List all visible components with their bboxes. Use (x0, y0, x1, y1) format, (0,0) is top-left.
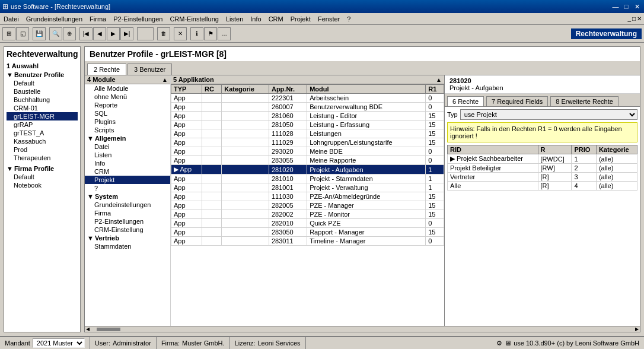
toolbar-btn-last[interactable]: ▶| (120, 27, 133, 40)
menu-fenster[interactable]: Fenster (314, 13, 343, 24)
tree-item-grrap[interactable]: grRAP (7, 120, 78, 129)
module-stammdaten[interactable]: Stammdaten (85, 242, 170, 250)
bottom-scrollbar[interactable]: ◀ ▶ (84, 326, 640, 332)
toolbar-btn-3[interactable]: 💾 (33, 27, 46, 40)
module-plugins[interactable]: Plugins (85, 118, 170, 126)
app-table-row[interactable]: App 282002 PZE - Monitor 15 (171, 210, 444, 219)
app-table-row[interactable]: App 111030 PZE-An/Abmeldegründe 15 (171, 192, 444, 201)
module-group-system[interactable]: ▼ System (85, 192, 170, 201)
rights-table-row[interactable]: Vertreter[R]3(alle) (448, 173, 637, 182)
app-table-row[interactable]: App 281050 Leistung - Erfassung 15 (171, 120, 444, 129)
toolbar-btn-2[interactable]: ◱ (16, 27, 29, 40)
module-projekt[interactable]: Projekt (85, 176, 170, 184)
menu-projekt[interactable]: Projekt (287, 13, 314, 24)
tree-item-default2[interactable]: Default (7, 173, 78, 181)
menu-p2einstellungen[interactable]: P2-Einstellungen (110, 13, 166, 24)
right-tab-rechte[interactable]: 6 Rechte (447, 96, 484, 106)
restore-button[interactable]: □ (621, 2, 631, 11)
toolbar-btn-prev[interactable]: ◀ (93, 27, 106, 40)
module-group-allgemein[interactable]: ▼ Allgemein (85, 134, 170, 142)
tree-firma-profile[interactable]: ▼ Firma Profile (7, 164, 78, 173)
module-sql[interactable]: SQL (85, 109, 170, 118)
toolbar-btn-search1[interactable]: 🔍 (49, 27, 62, 40)
menu-crm[interactable]: CRM (265, 13, 287, 24)
app-table-row[interactable]: App 281060 Leistung - Editor 15 (171, 112, 444, 120)
app-table-row[interactable]: App 283055 Meine Rapporte 0 (171, 156, 444, 165)
toolbar-btn-x[interactable]: ✕ (174, 27, 187, 40)
menu-datei[interactable]: Datei (0, 13, 23, 24)
tree-item-baustelle[interactable]: Baustelle (7, 87, 78, 96)
expand-system-icon: ▼ (87, 193, 94, 200)
menu-info[interactable]: Info (247, 13, 264, 24)
menu-crmeinstellung[interactable]: CRM-Einstellung (166, 13, 222, 24)
tree-item-crm01[interactable]: CRM-01 (7, 104, 78, 112)
close-button[interactable]: ✕ (632, 2, 642, 11)
module-listen[interactable]: Listen (85, 151, 170, 159)
toolbar-close-icon[interactable]: ✕ (637, 15, 642, 22)
right-tab-required[interactable]: 7 Required Fields (486, 96, 548, 106)
module-p2einstellungen[interactable]: P2-Einstellungen (85, 217, 170, 226)
tab-benutzer[interactable]: 3 Benutzer (127, 64, 172, 75)
app-table-row[interactable]: ▶ App 281020 Projekt - Aufgaben 1 (171, 165, 444, 174)
module-datei[interactable]: Datei (85, 142, 170, 151)
tree-item-kassabuch[interactable]: Kassabuch (7, 137, 78, 145)
module-grundeinstellungen[interactable]: Grundeinstellungen (85, 201, 170, 209)
rights-table-row[interactable]: ▶ Projekt Sachbearbeiter[RWDC]1(alle) (448, 154, 637, 164)
menu-firma[interactable]: Firma (86, 13, 110, 24)
rights-table-row[interactable]: Projekt Beteiligter[RW]2(alle) (448, 164, 637, 173)
toolbar-btn-next[interactable]: ▶ (107, 27, 120, 40)
app-table-row[interactable]: App 283050 Rapport - Manager 15 (171, 228, 444, 237)
toolbar-btn-blank[interactable] (137, 27, 154, 40)
module-info[interactable]: Info (85, 159, 170, 167)
module-ohne-menu[interactable]: ohne Menü (85, 93, 170, 101)
module-qmark[interactable]: ? (85, 184, 170, 192)
toolbar-btn-info[interactable]: ℹ (190, 27, 203, 40)
app-table-row[interactable]: App 282010 Quick PZE 0 (171, 219, 444, 228)
tree-item-buchhaltung[interactable]: Buchhaltung (7, 96, 78, 104)
toolbar-btn-delete[interactable]: 🗑 (157, 27, 170, 40)
tree-item-notebook[interactable]: Notebook (7, 181, 78, 189)
app-table-row[interactable]: App 282005 PZE - Manager 15 (171, 201, 444, 210)
right-tab-erweiterte[interactable]: 8 Erweiterte Rechte (550, 96, 619, 106)
tab-rechte[interactable]: 2 Rechte (87, 64, 126, 75)
app-table-row[interactable]: App 260007 Benutzerverwaltung BDE 0 (171, 103, 444, 112)
module-scroll-up[interactable]: ▲ (162, 77, 168, 83)
app-table-row[interactable]: App 222301 Arbeitsschein 0 (171, 94, 444, 103)
app-table-row[interactable]: App 293020 Meine BDE 0 (171, 147, 444, 156)
tree-item-default1[interactable]: Default (7, 79, 78, 87)
rights-table-row[interactable]: Alle[R]4(alle) (448, 182, 637, 191)
module-crmeinstellung[interactable]: CRM-Einstellung (85, 226, 170, 234)
minimize-button[interactable]: — (611, 2, 620, 11)
module-crm[interactable]: CRM (85, 167, 170, 176)
menu-help[interactable]: ? (343, 13, 354, 24)
scroll-left-btn[interactable]: ◀ (85, 326, 91, 332)
app-table-row[interactable]: App 281001 Projekt - Verwaltung 1 (171, 183, 444, 192)
app-table-row[interactable]: App 283011 Timeline - Manager 0 (171, 237, 444, 246)
tree-item-grtest-a[interactable]: grTEST_A (7, 129, 78, 137)
toolbar-btn-first[interactable]: |◀ (79, 27, 93, 40)
module-scripts[interactable]: Scripts (85, 126, 170, 134)
tree-benutzer-profile[interactable]: ▼ Benutzer Profile (7, 71, 78, 79)
tree-item-grleist-mgr[interactable]: grLEIST-MGR (7, 112, 78, 120)
module-reporte[interactable]: Reporte (85, 101, 170, 109)
app-table-row[interactable]: App 111028 Leistungen 15 (171, 129, 444, 138)
mandant-dropdown[interactable]: 2021 Muster (33, 338, 85, 348)
app-table-row[interactable]: App 281010 Projekt - Stammdaten 1 (171, 174, 444, 183)
module-group-vertrieb[interactable]: ▼ Vertrieb (85, 234, 170, 242)
toolbar-btn-more[interactable]: … (218, 27, 231, 40)
tree-item-therapeuten[interactable]: Therapeuten (7, 154, 78, 162)
typ-select[interactable]: use Projekt (460, 109, 637, 120)
scroll-right-btn[interactable]: ▶ (634, 326, 640, 332)
toolbar-btn-search2[interactable]: ⊕ (63, 27, 76, 40)
toolbar-restore-icon[interactable]: □ (632, 15, 636, 22)
module-alle-module[interactable]: Alle Module (85, 84, 170, 93)
module-firma[interactable]: Firma (85, 209, 170, 217)
applikation-scroll-up[interactable]: ▲ (436, 77, 442, 83)
tree-item-prod[interactable]: Prod (7, 145, 78, 154)
toolbar-btn-flag[interactable]: ⚑ (204, 27, 217, 40)
menu-listen[interactable]: Listen (222, 13, 247, 24)
app-table-row[interactable]: App 111029 Lohngruppen/Leistungstarife 1… (171, 138, 444, 147)
menu-grundeinstellungen[interactable]: Grundeinstellungen (23, 13, 86, 24)
toolbar-btn-1[interactable]: ⊞ (2, 27, 15, 40)
toolbar-min-icon[interactable]: _ (627, 15, 631, 22)
